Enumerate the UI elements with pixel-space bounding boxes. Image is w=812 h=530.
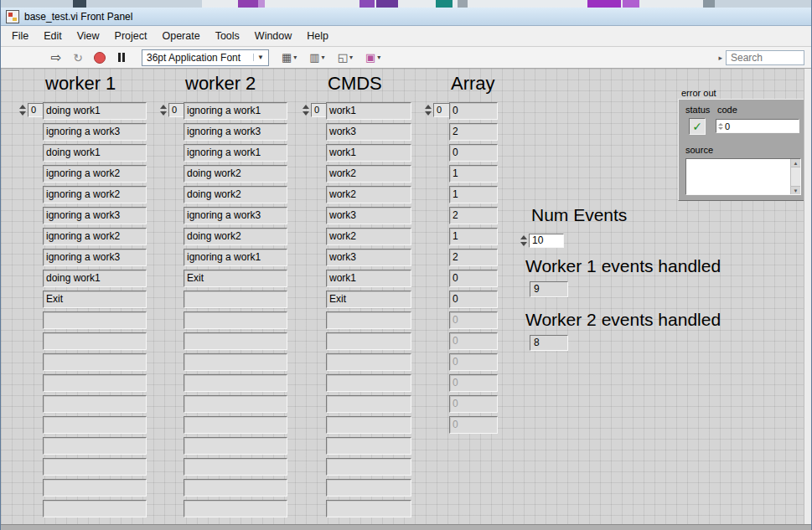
array-cell[interactable]: 2 <box>449 249 498 266</box>
cmds-cell[interactable] <box>326 332 411 350</box>
worker2-cell[interactable] <box>184 416 287 434</box>
cmds-cell[interactable] <box>326 395 411 413</box>
array-cell[interactable]: 0 <box>449 374 498 392</box>
menu-help[interactable]: Help <box>299 28 336 44</box>
array-cell[interactable]: 0 <box>449 353 498 371</box>
array-cell[interactable]: 2 <box>449 207 498 224</box>
cmds-cell[interactable]: work2 <box>326 228 411 245</box>
array-cell[interactable]: 0 <box>449 144 498 162</box>
increment-decrement-icon[interactable] <box>19 105 26 116</box>
worker1-cell[interactable] <box>43 458 147 476</box>
array-cell[interactable]: 0 <box>449 270 498 287</box>
increment-decrement-icon[interactable] <box>160 105 167 116</box>
cmds-cell[interactable]: work3 <box>326 249 411 266</box>
worker1-cell[interactable]: ignoring a work3 <box>43 207 147 224</box>
increment-decrement-icon[interactable] <box>520 235 527 246</box>
worker2-cell[interactable] <box>184 395 287 413</box>
menu-tools[interactable]: Tools <box>208 28 247 44</box>
num-events-value[interactable]: 10 <box>529 234 564 248</box>
worker1-cell[interactable] <box>43 374 147 392</box>
array-cell[interactable]: 2 <box>449 123 498 141</box>
array-cell[interactable]: 0 <box>449 395 498 413</box>
cmds-cell[interactable]: work3 <box>326 207 411 224</box>
cmds-cell[interactable] <box>326 311 411 329</box>
worker1-cell[interactable]: ignoring a work3 <box>43 123 147 141</box>
titlebar[interactable]: base_test.vi Front Panel <box>1 8 811 26</box>
abort-button[interactable] <box>90 49 110 67</box>
cmds-cell[interactable]: work3 <box>326 123 411 141</box>
worker2-cell[interactable] <box>184 437 287 455</box>
resize-objects-dropdown[interactable]: ◱ ▾ <box>335 50 355 64</box>
worker1-cell[interactable]: ignoring a work3 <box>43 249 147 266</box>
cmds-cell[interactable]: work2 <box>326 186 411 203</box>
distribute-objects-dropdown[interactable]: ▥ ▾ <box>307 50 327 64</box>
search-input[interactable] <box>726 50 804 65</box>
worker2-cell[interactable]: doing work2 <box>184 165 287 183</box>
worker2-cell[interactable] <box>184 353 287 371</box>
worker1-cell[interactable]: doing work1 <box>43 144 147 162</box>
reorder-objects-dropdown[interactable]: ▣ ▾ <box>363 50 383 64</box>
worker2-cell[interactable]: ignoring a work3 <box>184 207 287 224</box>
worker1-cell[interactable] <box>43 353 147 371</box>
cmds-cell[interactable]: work1 <box>326 144 411 162</box>
cmds-cell[interactable] <box>326 374 411 392</box>
array-cell[interactable]: 0 <box>449 102 498 120</box>
worker1-cell[interactable] <box>43 479 147 497</box>
array-cell[interactable]: 0 <box>449 332 498 350</box>
worker2-cell[interactable] <box>184 332 287 350</box>
search-scope-icon[interactable]: ▸ <box>718 54 722 62</box>
cmds-cell[interactable] <box>326 437 411 455</box>
run-button[interactable]: ⇨ <box>46 49 66 67</box>
cmds-cell[interactable]: Exit <box>326 291 411 308</box>
vertical-scrollbar[interactable] <box>804 69 811 524</box>
run-continuous-button[interactable]: ↻ <box>68 49 88 67</box>
worker2-cell[interactable]: Exit <box>184 270 287 287</box>
array-cell[interactable]: 0 <box>449 416 498 434</box>
array-cell[interactable]: 0 <box>449 311 498 329</box>
menu-operate[interactable]: Operate <box>154 28 207 44</box>
worker1-cell[interactable] <box>43 395 147 413</box>
increment-decrement-icon[interactable] <box>303 105 309 116</box>
worker2-cell[interactable] <box>184 291 287 308</box>
worker1-cell[interactable] <box>43 500 147 517</box>
array-cell[interactable]: 1 <box>449 228 498 245</box>
increment-decrement-icon[interactable] <box>425 105 432 116</box>
worker1-cell[interactable]: ignoring a work2 <box>43 228 147 245</box>
cmds-cell[interactable]: work2 <box>326 165 411 183</box>
menu-file[interactable]: File <box>4 28 36 44</box>
worker1-cell[interactable] <box>43 437 147 455</box>
scroll-down-icon[interactable]: ▼ <box>791 186 800 194</box>
horizontal-scrollbar[interactable] <box>1 524 811 530</box>
menu-view[interactable]: View <box>70 28 107 44</box>
cmds-cell[interactable]: work1 <box>326 270 411 287</box>
menu-project[interactable]: Project <box>107 28 155 44</box>
cmds-cell[interactable] <box>326 500 411 517</box>
source-scrollbar[interactable]: ▲ ▼ <box>790 159 800 194</box>
array-cell[interactable]: 1 <box>449 186 498 203</box>
worker1-cell[interactable]: doing work1 <box>43 102 147 120</box>
worker2-cell[interactable] <box>184 479 287 497</box>
cmds-cell[interactable] <box>326 458 411 476</box>
cmds-cell[interactable] <box>326 479 411 497</box>
worker2-cell[interactable] <box>184 311 287 329</box>
array-cell[interactable]: 1 <box>449 165 498 183</box>
menu-window[interactable]: Window <box>247 28 299 44</box>
worker1-cell[interactable]: doing work1 <box>43 270 147 287</box>
worker2-cell[interactable]: ignoring a work1 <box>184 102 287 120</box>
worker2-cell[interactable] <box>184 374 287 392</box>
cmds-cell[interactable] <box>326 416 411 434</box>
worker2-cell[interactable]: ignoring a work1 <box>184 144 287 162</box>
worker1-cell[interactable]: ignoring a work2 <box>43 165 147 183</box>
worker1-cell[interactable] <box>43 416 147 434</box>
worker2-cell[interactable]: ignoring a work1 <box>184 249 287 266</box>
array-cell[interactable]: 0 <box>449 291 498 308</box>
worker2-cell[interactable] <box>184 458 287 476</box>
worker1-cell[interactable]: Exit <box>43 291 147 308</box>
worker2-cell[interactable]: doing work2 <box>184 228 287 245</box>
font-selector[interactable]: 36pt Application Font ▼ <box>142 49 269 66</box>
worker1-cell[interactable] <box>43 332 147 350</box>
num-events-control[interactable]: 10 <box>520 234 564 248</box>
worker1-cell[interactable]: ignoring a work2 <box>43 186 147 203</box>
cmds-cell[interactable]: work1 <box>326 102 411 120</box>
worker2-cell[interactable]: doing work2 <box>184 186 287 203</box>
